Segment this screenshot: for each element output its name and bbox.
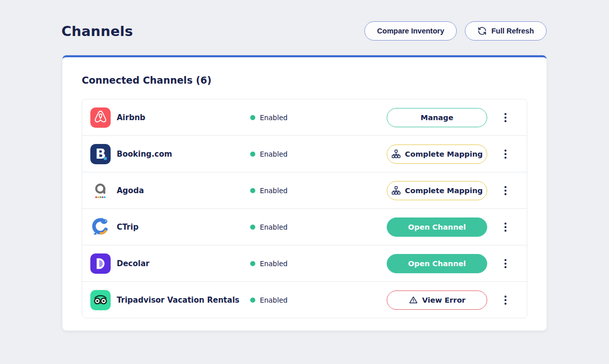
mapping-button[interactable]: Complete Mapping bbox=[387, 181, 487, 200]
enabled-status-dot-icon bbox=[250, 225, 255, 230]
row-menu-kebab-icon[interactable] bbox=[501, 147, 510, 161]
compare-inventory-button[interactable]: Compare Inventory bbox=[364, 21, 457, 41]
agoda-logo-icon bbox=[90, 180, 111, 201]
channel-name: Decolar bbox=[117, 259, 250, 268]
full-refresh-label: Full Refresh bbox=[491, 27, 534, 35]
channels-card: Connected Channels (6) Airbnb Enabled Ma… bbox=[62, 55, 547, 331]
status-label: Enabled bbox=[260, 296, 288, 304]
booking-logo-icon: B bbox=[90, 144, 111, 164]
action-button-label: Open Channel bbox=[408, 260, 466, 268]
ctrip-logo-icon bbox=[90, 217, 111, 237]
row-menu-kebab-icon[interactable] bbox=[501, 111, 510, 125]
sitemap-icon bbox=[391, 149, 401, 159]
status-label: Enabled bbox=[260, 150, 288, 158]
decolar-logo-icon bbox=[90, 253, 111, 274]
action-button-label: Complete Mapping bbox=[405, 150, 483, 158]
enabled-status-dot-icon bbox=[250, 115, 255, 120]
row-menu-kebab-icon[interactable] bbox=[501, 293, 510, 307]
channel-name: Airbnb bbox=[117, 113, 250, 122]
error-button[interactable]: View Error bbox=[387, 290, 487, 310]
channel-row: Decolar Enabled Open Channel bbox=[82, 245, 527, 282]
section-title: Connected Channels (6) bbox=[82, 75, 527, 86]
channel-status: Enabled bbox=[250, 150, 288, 158]
row-menu-kebab-icon[interactable] bbox=[501, 220, 510, 234]
row-menu-kebab-icon[interactable] bbox=[501, 257, 510, 271]
mapping-button[interactable]: Complete Mapping bbox=[387, 144, 487, 164]
tripadvisor-logo-icon bbox=[90, 290, 111, 310]
enabled-status-dot-icon bbox=[250, 298, 255, 303]
page-header: Channels Compare Inventory Full Refresh bbox=[0, 0, 609, 41]
open-button[interactable]: Open Channel bbox=[387, 254, 487, 273]
channel-row: Agoda Enabled Complete Mapping bbox=[82, 172, 527, 209]
full-refresh-button[interactable]: Full Refresh bbox=[465, 21, 547, 41]
channel-status: Enabled bbox=[250, 187, 288, 195]
channel-name: Booking.com bbox=[117, 150, 250, 159]
action-button-label: Open Channel bbox=[408, 223, 466, 231]
status-label: Enabled bbox=[260, 260, 288, 268]
open-button[interactable]: Open Channel bbox=[387, 217, 487, 237]
channel-name: CTrip bbox=[117, 223, 250, 232]
airbnb-logo-icon bbox=[90, 107, 111, 128]
sitemap-icon bbox=[391, 186, 401, 195]
status-label: Enabled bbox=[260, 114, 288, 122]
warning-icon bbox=[409, 295, 418, 305]
channel-row: CTrip Enabled Open Channel bbox=[82, 209, 527, 245]
channel-row: Tripadvisor Vacation Rentals Enabled Vie… bbox=[82, 282, 527, 318]
channel-status: Enabled bbox=[250, 114, 288, 122]
status-label: Enabled bbox=[260, 223, 288, 231]
channel-name: Tripadvisor Vacation Rentals bbox=[117, 296, 250, 305]
action-button-label: Complete Mapping bbox=[405, 187, 483, 195]
channel-list: Airbnb Enabled Manage B Booking.com Enab… bbox=[82, 99, 527, 318]
channel-status: Enabled bbox=[250, 223, 288, 231]
row-menu-kebab-icon[interactable] bbox=[501, 184, 510, 198]
channel-status: Enabled bbox=[250, 296, 288, 304]
enabled-status-dot-icon bbox=[250, 261, 255, 266]
enabled-status-dot-icon bbox=[250, 188, 255, 193]
channel-row: Airbnb Enabled Manage bbox=[82, 99, 527, 136]
action-button-label: View Error bbox=[422, 296, 466, 304]
channel-row: B Booking.com Enabled Complete Mapping bbox=[82, 136, 527, 172]
action-button-label: Manage bbox=[421, 114, 454, 122]
manage-button[interactable]: Manage bbox=[387, 108, 487, 127]
refresh-icon bbox=[478, 26, 487, 35]
status-label: Enabled bbox=[260, 187, 288, 195]
channel-name: Agoda bbox=[117, 186, 250, 195]
header-buttons: Compare Inventory Full Refresh bbox=[364, 21, 547, 41]
page-title: Channels bbox=[61, 23, 133, 39]
enabled-status-dot-icon bbox=[250, 152, 255, 157]
compare-inventory-label: Compare Inventory bbox=[377, 27, 444, 35]
channel-status: Enabled bbox=[250, 260, 288, 268]
